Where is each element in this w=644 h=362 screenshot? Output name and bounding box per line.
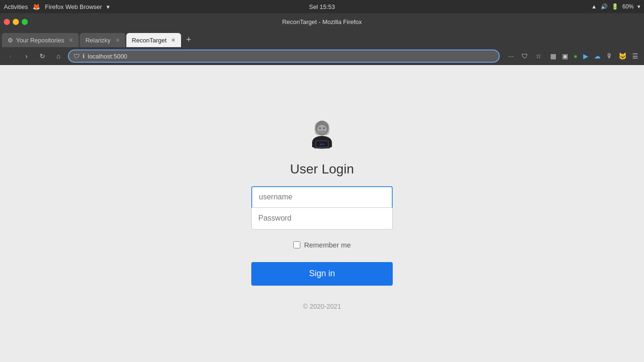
ext-5-icon[interactable]: ☁ [592,50,603,62]
address-display[interactable]: localhost:5000 [88,53,127,60]
battery-icon: 🔋 [611,3,619,10]
tab-recontarget-label: ReconTarget [132,37,167,44]
copyright-text: © 2020-2021 [303,303,341,310]
toolbar-extensions: ▦ ▣ ● ▶ ☁ 🎙 🐱 ☰ [548,50,640,62]
login-form [251,186,393,230]
tab-recontarget-close[interactable]: ✕ [171,37,175,43]
ext-1-icon[interactable]: ▦ [548,50,558,62]
maximize-button[interactable] [22,19,28,25]
os-topbar-right: ▲ 🔊 🔋 60% ▾ [591,3,640,10]
tab-repos-label: Your Repositories [16,37,64,44]
forward-button[interactable]: › [20,49,33,63]
shield-icon: 🛡 [74,53,80,60]
remember-me-label: Remember me [304,241,351,249]
os-topbar-center: Sel 15:53 [309,3,335,10]
window-controls [4,19,28,25]
back-icon: ‹ [9,52,12,60]
address-bar: ‹ › ↻ ⌂ 🛡 ℹ localhost:5000 ··· 🛡 ☆ ▦ ▣ ●… [0,47,644,65]
bookmark-icon[interactable]: ☆ [534,50,544,62]
ext-7-icon[interactable]: 🐱 [617,50,628,62]
sign-in-button[interactable]: Sign in [251,262,393,286]
address-bar-input-wrap[interactable]: 🛡 ℹ localhost:5000 [68,49,500,63]
back-button[interactable]: ‹ [4,49,17,63]
home-button[interactable]: ⌂ [52,49,65,63]
tab-relarizky[interactable]: Relarizky ✕ [80,33,125,47]
firefox-icon: 🦊 [33,3,40,10]
login-container: </> User Login Remember me Sign in © 202… [251,117,393,310]
tab-repos-close[interactable]: ✕ [69,37,73,43]
close-button[interactable] [4,19,10,25]
new-tab-button[interactable]: + [182,33,195,46]
browser-title: ReconTarget - Mozilla Firefox [282,18,362,25]
overflow-menu-icon[interactable]: ··· [506,50,516,62]
activities-label[interactable]: Activities [4,3,28,10]
hacker-icon: </> [305,117,339,150]
os-topbar-left: Activities 🦊 Firefox Web Browser ▾ [4,3,110,10]
tab-relarizky-close[interactable]: ✕ [116,37,120,43]
tabs-bar: ⚙ Your Repositories ✕ Relarizky ✕ ReconT… [0,30,644,47]
dropdown-icon: ▾ [107,3,110,10]
hamburger-icon[interactable]: ☰ [630,50,640,62]
tab-repos[interactable]: ⚙ Your Repositories ✕ [2,33,79,47]
os-time: Sel 15:53 [309,3,335,10]
wifi-icon: ▲ [591,3,597,10]
remember-row: Remember me [293,241,351,249]
ext-3-icon[interactable]: ● [572,50,579,62]
tab-relarizky-label: Relarizky [85,37,110,44]
tab-recontarget[interactable]: ReconTarget ✕ [126,33,182,47]
username-input[interactable] [251,186,393,208]
lock-icon: ℹ [83,53,85,59]
reload-button[interactable]: ↻ [36,49,49,63]
minimize-button[interactable] [13,19,19,25]
page-content: </> User Login Remember me Sign in © 202… [0,65,644,362]
ext-4-icon[interactable]: ▶ [581,50,590,62]
home-icon: ⌂ [57,52,60,60]
pocket-icon[interactable]: 🛡 [520,50,530,62]
ext-2-icon[interactable]: ▣ [560,50,570,62]
reload-icon: ↻ [40,52,45,60]
github-icon: ⚙ [8,37,13,44]
forward-icon: › [25,52,28,60]
browser-name-label[interactable]: Firefox Web Browser [45,3,102,10]
page-title: User Login [290,162,354,177]
remember-me-checkbox[interactable] [293,241,300,248]
battery-level: 60% [622,3,634,10]
browser-titlebar: ReconTarget - Mozilla Firefox [0,13,644,30]
os-topbar: Activities 🦊 Firefox Web Browser ▾ Sel 1… [0,0,644,13]
battery-dropdown-icon: ▾ [637,3,640,10]
svg-text:</>: </> [320,142,325,145]
password-input[interactable] [251,208,393,230]
toolbar-right: ··· 🛡 ☆ [506,50,544,62]
ext-6-icon[interactable]: 🎙 [604,50,615,62]
volume-icon: 🔊 [601,3,608,10]
svg-rect-8 [314,147,330,148]
